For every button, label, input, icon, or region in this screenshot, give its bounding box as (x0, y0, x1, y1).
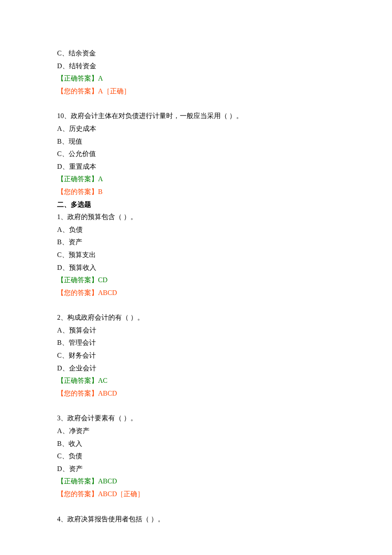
m2-option-b: B、管理会计 (57, 336, 337, 349)
m2-option-c: C、财务会计 (57, 349, 337, 362)
q10-option-a: A、历史成本 (57, 122, 337, 135)
q10-correct-answer: 【正确答案】A (57, 173, 337, 185)
m2-stem: 2、构成政府会计的有（ ）。 (57, 311, 337, 324)
q10-your-label: 【您的答案】 (57, 188, 98, 195)
m4-stem: 4、政府决算报告使用者包括（ ）。 (57, 513, 337, 526)
m1-stem: 1、政府的预算包含（ ）。 (57, 211, 337, 223)
m1-your-val: ABCD (98, 289, 117, 296)
spacer (57, 399, 337, 412)
m1-option-a: A、负债 (57, 223, 337, 236)
q9-correct-label: 【正确答案】 (57, 75, 98, 82)
m1-option-b: B、资产 (57, 236, 337, 249)
q9-option-d: D、结转资金 (57, 60, 337, 72)
q9-your-val: A［正确］ (98, 87, 130, 95)
m3-correct-answer: 【正确答案】ABCD (57, 475, 337, 488)
q10-option-b: B、现值 (57, 135, 337, 148)
q10-your-val: B (98, 188, 103, 195)
m2-your-val: ABCD (98, 390, 117, 397)
q9-correct-val: A (98, 75, 103, 82)
m2-correct-label: 【正确答案】 (57, 377, 98, 384)
section-2-heading: 二、多选题 (57, 198, 337, 211)
q10-stem: 10、政府会计主体在对负债进行计量时，一般应当采用（ ）。 (57, 110, 337, 122)
document-page: C、结余资金 D、结转资金 【正确答案】A 【您的答案】A［正确］ 10、政府会… (0, 0, 392, 555)
m3-correct-label: 【正确答案】 (57, 477, 98, 485)
q10-correct-val: A (98, 175, 103, 182)
spacer (57, 97, 337, 110)
m1-correct-val: CD (98, 276, 107, 283)
m3-option-c: C、负债 (57, 450, 337, 462)
m2-correct-val: AC (98, 377, 107, 384)
q9-your-label: 【您的答案】 (57, 87, 98, 95)
m2-option-d: D、企业会计 (57, 362, 337, 375)
q9-option-c: C、结余资金 (57, 47, 337, 60)
m3-stem: 3、政府会计要素有（ ）。 (57, 412, 337, 425)
m3-correct-val: ABCD (98, 477, 117, 485)
m2-correct-answer: 【正确答案】AC (57, 374, 337, 387)
m1-your-label: 【您的答案】 (57, 289, 98, 296)
m3-your-label: 【您的答案】 (57, 490, 98, 497)
m3-your-answer: 【您的答案】ABCD［正确］ (57, 488, 337, 500)
m3-your-val: ABCD［正确］ (98, 490, 144, 497)
m1-correct-label: 【正确答案】 (57, 276, 98, 283)
m1-your-answer: 【您的答案】ABCD (57, 286, 337, 299)
m1-option-d: D、预算收入 (57, 261, 337, 274)
m3-option-d: D、资产 (57, 462, 337, 475)
spacer (57, 500, 337, 513)
q10-correct-label: 【正确答案】 (57, 175, 98, 182)
m2-your-label: 【您的答案】 (57, 390, 98, 397)
q9-correct-answer: 【正确答案】A (57, 72, 337, 85)
q10-your-answer: 【您的答案】B (57, 185, 337, 198)
m1-correct-answer: 【正确答案】CD (57, 274, 337, 286)
q10-option-d: D、重置成本 (57, 160, 337, 173)
q9-your-answer: 【您的答案】A［正确］ (57, 85, 337, 98)
q10-option-c: C、公允价值 (57, 147, 337, 160)
m1-option-c: C、预算支出 (57, 249, 337, 261)
m3-option-b: B、收入 (57, 437, 337, 450)
spacer (57, 299, 337, 311)
m2-your-answer: 【您的答案】ABCD (57, 387, 337, 400)
m2-option-a: A、预算会计 (57, 324, 337, 337)
m3-option-a: A、净资产 (57, 425, 337, 437)
